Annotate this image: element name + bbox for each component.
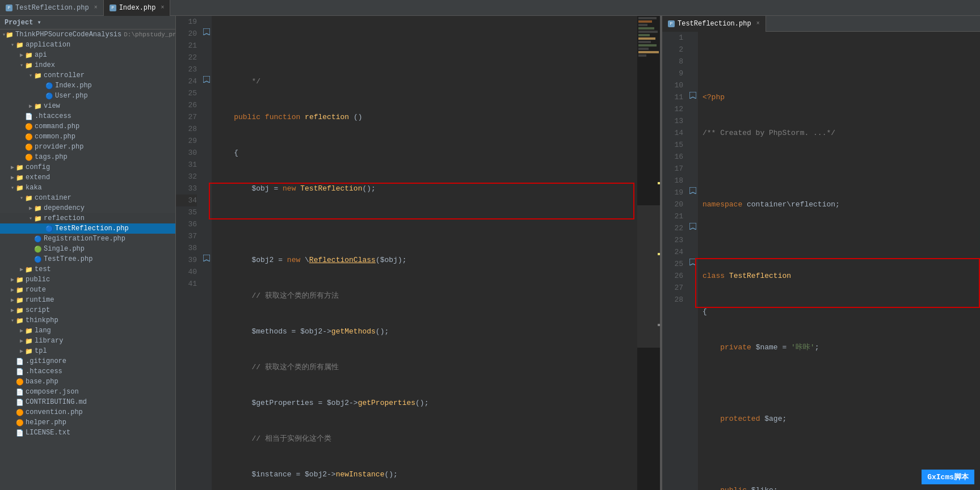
line-num-31: 31 <box>176 159 197 171</box>
line-num-34: 34 <box>176 195 197 206</box>
sidebar-item-label: tags.php <box>35 153 68 161</box>
tab-label: Index.php <box>119 4 156 12</box>
sidebar-item-dependency[interactable]: ▶ 📁 dependency <box>0 203 175 213</box>
code-line-29: // 相当于实例化这个类 <box>216 433 633 445</box>
sidebar-item-container[interactable]: ▾ 📁 container <box>0 193 175 203</box>
tree-arrow: ▶ <box>18 52 25 58</box>
file-icon: 🟠 <box>25 133 33 141</box>
bookmark-39 <box>203 254 211 262</box>
sidebar-item-library[interactable]: ▶ 📁 library <box>0 336 175 346</box>
sidebar-item-index-php[interactable]: 🔵 Index.php <box>0 81 175 91</box>
tab-testreflection-left[interactable]: P TestReflection.php × <box>0 0 104 16</box>
sidebar-item-api[interactable]: ▶ 📁 api <box>0 50 175 60</box>
sidebar-item-composer[interactable]: 📄 composer.json <box>0 387 175 397</box>
sidebar-item-application[interactable]: ▾ 📁 application <box>0 40 175 50</box>
sidebar-item-convention[interactable]: 🟠 convention.php <box>0 407 175 417</box>
sidebar-item-tags-php[interactable]: 🟠 tags.php <box>0 152 175 162</box>
line-num-24: 24 <box>176 75 197 87</box>
sidebar-item-test[interactable]: ▶ 📁 test <box>0 264 175 274</box>
tree-arrow: ▶ <box>9 286 16 293</box>
sidebar-item-htaccess[interactable]: 📄 .htaccess <box>0 111 175 121</box>
php-icon: P <box>110 5 116 11</box>
sidebar-item-label: CONTRIBUTING.md <box>26 398 87 406</box>
tab-index-php[interactable]: P Index.php × <box>104 0 171 16</box>
line-num-22: 22 <box>176 52 197 64</box>
bookmark-r24 <box>689 258 697 266</box>
sidebar-item-command-php[interactable]: 🟠 command.php <box>0 121 175 132</box>
sidebar-item-user-php[interactable]: 🔵 User.php <box>0 91 175 101</box>
sidebar-item-extend[interactable]: ▶ 📁 extend <box>0 172 175 183</box>
sidebar-item-testreflection[interactable]: 🔵 TestReflection.php <box>0 223 175 234</box>
sidebar-item-route[interactable]: ▶ 📁 route <box>0 285 175 295</box>
sidebar-item-index[interactable]: ▾ 📁 index <box>0 60 175 70</box>
gutter-left <box>201 16 212 490</box>
bookmark-24 <box>203 75 211 83</box>
tab-testreflection-right[interactable]: P TestReflection.php × <box>662 16 766 32</box>
tree-arrow: ▶ <box>9 297 16 303</box>
sidebar-item-reflection[interactable]: ▾ 📁 reflection <box>0 213 175 223</box>
file-icon: 📄 <box>16 429 24 437</box>
sidebar-item-runtime[interactable]: ▶ 📁 runtime <box>0 295 175 305</box>
folder-icon: 📁 <box>25 266 33 273</box>
sidebar-item-view[interactable]: ▶ 📁 view <box>0 101 175 111</box>
main-layout: Project ▾ ▾ 📁 ThinkPHPSourceCodeAnalysis… <box>0 16 980 490</box>
rline-9: 9 <box>662 67 683 79</box>
sidebar-item-label: RegistrationTree.php <box>44 235 125 243</box>
tab-close[interactable]: × <box>94 5 98 11</box>
sidebar-item-tpl[interactable]: ▶ 📁 tpl <box>0 346 175 356</box>
folder-icon: 📁 <box>25 337 33 345</box>
minimap-content <box>637 16 660 490</box>
sidebar-item-helper[interactable]: 🟠 helper.php <box>0 417 175 428</box>
folder-icon: 📁 <box>16 317 24 324</box>
sidebar-item-base-php[interactable]: 🟠 base.php <box>0 377 175 387</box>
tree-arrow: ▶ <box>18 348 25 354</box>
tree-arrow: ▾ <box>9 184 16 191</box>
sidebar-item-provider-php[interactable]: 🟠 provider.php <box>0 142 175 152</box>
tree-arrow: ▶ <box>18 327 25 334</box>
sidebar-item-kaka[interactable]: ▾ 📁 kaka <box>0 183 175 193</box>
file-icon: 🔵 <box>34 235 42 243</box>
file-icon: 📄 <box>25 113 33 120</box>
rcode-line-17: public $like; <box>703 484 975 490</box>
line-num-25: 25 <box>176 87 197 99</box>
sidebar-item-controller[interactable]: ▾ 📁 controller <box>0 70 175 81</box>
root-path: D:\phpstudy_pro\W <box>124 31 176 38</box>
folder-icon: 📁 <box>16 174 24 181</box>
bookmark-r19 <box>689 187 697 195</box>
sidebar-item-license[interactable]: 📄 LICENSE.txt <box>0 428 175 438</box>
watermark-label: GxIcms脚本 <box>927 473 969 481</box>
folder-icon: 📁 <box>34 215 42 222</box>
sidebar-item-contributing[interactable]: 📄 CONTRIBUTING.md <box>0 397 175 407</box>
folder-icon: 📁 <box>34 205 42 212</box>
line-num-21: 21 <box>176 40 197 52</box>
sidebar-item-htaccess2[interactable]: 📄 .htaccess <box>0 366 175 377</box>
folder-icon: 📁 <box>16 184 24 192</box>
sidebar-item-public[interactable]: ▶ 📁 public <box>0 274 175 285</box>
sidebar-item-common-php[interactable]: 🟠 common.php <box>0 132 175 142</box>
sidebar-item-label: dependency <box>44 204 85 212</box>
svg-marker-0 <box>203 28 210 35</box>
tab-close[interactable]: × <box>756 20 760 27</box>
tree-arrow: ▶ <box>9 164 16 171</box>
sidebar-root[interactable]: ▾ 📁 ThinkPHPSourceCodeAnalysis D:\phpstu… <box>0 29 175 40</box>
sidebar-item-single[interactable]: 🟢 Single.php <box>0 244 175 254</box>
sidebar-item-label: provider.php <box>35 143 83 151</box>
folder-icon: 📁 <box>34 103 42 110</box>
minimap-left[interactable] <box>637 16 660 490</box>
sidebar-item-label: .htaccess <box>35 112 71 120</box>
sidebar-item-lang[interactable]: ▶ 📁 lang <box>0 326 175 336</box>
sidebar-item-script[interactable]: ▶ 📁 script <box>0 305 175 315</box>
sidebar-item-gitignore[interactable]: 📄 .gitignore <box>0 356 175 366</box>
sidebar-item-testtree[interactable]: 🔵 TestTree.php <box>0 254 175 264</box>
sidebar-item-config[interactable]: ▶ 📁 config <box>0 162 175 172</box>
rline-1: 1 <box>662 32 683 44</box>
sidebar-item-label: runtime <box>26 296 54 304</box>
sidebar-item-thinkphp[interactable]: ▾ 📁 thinkphp <box>0 315 175 326</box>
code-lines-left[interactable]: */ public function reflection () { $obj … <box>212 16 637 490</box>
code-lines-right[interactable]: <?php /** Created by PhpStorm. ...*/ nam… <box>698 32 980 490</box>
rline-18: 18 <box>662 175 683 187</box>
minimap-marker3 <box>658 324 660 326</box>
tab-close[interactable]: × <box>161 5 164 11</box>
sidebar-item-registrationtree[interactable]: 🔵 RegistrationTree.php <box>0 234 175 244</box>
rcode-line-1: <?php <box>703 91 975 103</box>
